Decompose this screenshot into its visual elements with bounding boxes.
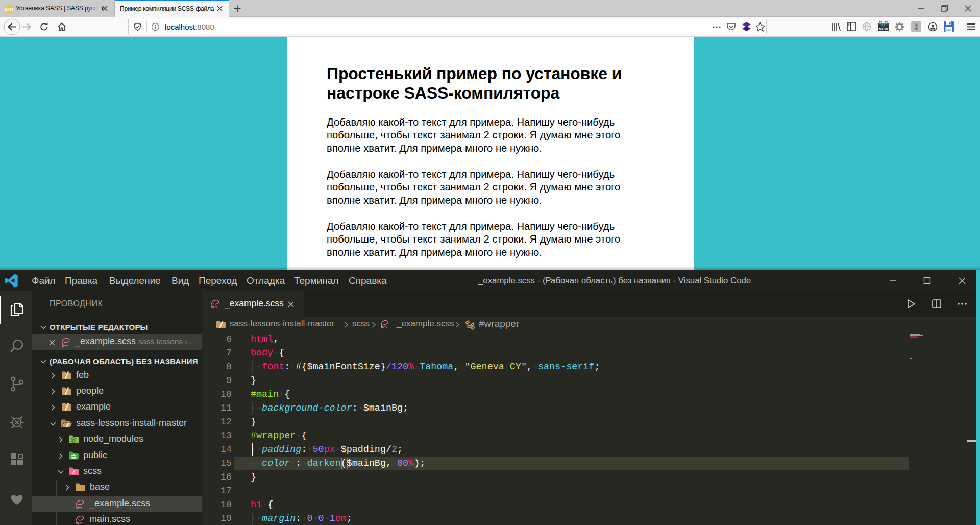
svg-text:NEW: NEW bbox=[879, 27, 888, 31]
svg-text:js: js bbox=[71, 438, 75, 442]
svg-text:SASS: SASS bbox=[5, 8, 13, 11]
